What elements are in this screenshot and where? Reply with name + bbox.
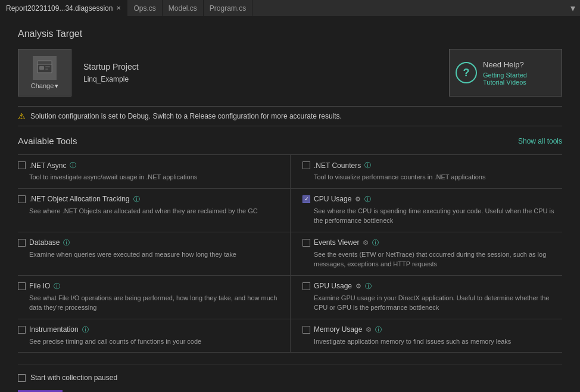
tool-name-memory-usage: Memory Usage: [314, 325, 362, 334]
tab-model[interactable]: Model.cs: [163, 0, 204, 17]
tool-checkbox-gpu-usage[interactable]: [303, 282, 310, 290]
tab-diag-close[interactable]: ✕: [116, 5, 121, 11]
info-icon[interactable]: ⓘ: [82, 325, 89, 334]
tool-item-memory-usage: Memory Usage ⚙ ⓘ Investigate application…: [290, 319, 562, 353]
tool-description-instrumentation: See precise timing and call counts of fu…: [18, 337, 284, 347]
tool-item-instrumentation: Instrumentation ⓘ See precise timing and…: [18, 319, 290, 353]
tools-header: Available Tools Show all tools: [18, 136, 562, 146]
collection-paused-checkbox[interactable]: [18, 374, 26, 382]
gear-icon[interactable]: ⚙: [355, 195, 361, 203]
tool-name-cpu-usage: CPU Usage: [314, 195, 351, 203]
tool-item-dotnet-async: .NET Async ⓘ Tool to investigate async/a…: [18, 155, 290, 189]
project-icon: [33, 56, 57, 80]
change-target-label: Change ▾: [31, 82, 59, 90]
gear-icon[interactable]: ⚙: [366, 326, 372, 334]
tab-program-label: Program.cs: [210, 4, 246, 13]
tool-checkbox-dotnet-counters[interactable]: [303, 161, 310, 169]
tool-checkbox-cpu-usage[interactable]: [303, 195, 310, 203]
project-info: Startup Project Linq_Example: [71, 56, 449, 89]
tool-name-events-viewer: Events Viewer: [314, 238, 359, 247]
info-icon[interactable]: ⓘ: [375, 325, 382, 334]
tab-program[interactable]: Program.cs: [204, 0, 252, 17]
collection-paused-row: Start with collection paused: [18, 374, 562, 382]
tool-description-gpu-usage: Examine GPU usage in your DirectX applic…: [303, 293, 562, 313]
gear-icon[interactable]: ⚙: [356, 282, 361, 290]
startup-project-label: Startup Project: [83, 62, 437, 71]
startup-panel: Change ▾ Startup Project Linq_Example ? …: [18, 49, 562, 97]
help-icon: ?: [456, 62, 477, 83]
main-content: Analysis Target Change ▾ Startup Project: [0, 17, 580, 392]
tool-checkbox-file-io[interactable]: [18, 282, 26, 290]
tool-item-cpu-usage: CPU Usage ⚙ ⓘ See where the CPU is spend…: [290, 189, 562, 232]
bottom-section: Start with collection paused Start: [18, 365, 562, 392]
project-name: Linq_Example: [83, 75, 437, 83]
tab-overflow-button[interactable]: ▾: [566, 2, 580, 14]
collection-paused-label: Start with collection paused: [30, 374, 117, 382]
tool-checkbox-database[interactable]: [18, 239, 26, 247]
tool-name-dotnet-object-allocation: .NET Object Allocation Tracking: [29, 195, 130, 203]
analysis-target-title: Analysis Target: [18, 29, 562, 39]
help-text: Need Help? Getting Started Tutorial Vide…: [483, 60, 527, 86]
tool-name-dotnet-counters: .NET Counters: [314, 161, 361, 170]
svg-rect-4: [45, 69, 48, 70]
tool-name-gpu-usage: GPU Usage: [314, 282, 352, 290]
tutorial-videos-link[interactable]: Tutorial Videos: [483, 79, 527, 86]
info-icon[interactable]: ⓘ: [364, 195, 371, 204]
info-icon[interactable]: ⓘ: [54, 282, 60, 291]
tool-description-dotnet-counters: Tool to visualize performance counters i…: [303, 172, 562, 182]
tool-description-dotnet-object-allocation: See where .NET Objects are allocated and…: [18, 206, 284, 216]
tab-ops[interactable]: Ops.cs: [127, 0, 162, 17]
svg-rect-2: [39, 66, 44, 70]
tab-bar: Report20231109...34.diagsession ✕ Ops.cs…: [0, 0, 580, 17]
tool-item-database: Database ⓘ Examine when queries were exe…: [18, 232, 290, 276]
tab-ops-label: Ops.cs: [133, 4, 155, 13]
warning-banner: ⚠ Solution configuration is set to Debug…: [18, 106, 562, 126]
warning-icon: ⚠: [18, 111, 26, 121]
svg-rect-3: [45, 66, 50, 67]
info-icon[interactable]: ⓘ: [372, 238, 379, 247]
tool-item-events-viewer: Events Viewer ⚙ ⓘ See the events (ETW or…: [290, 232, 562, 276]
tab-diag-label: Report20231109...34.diagsession: [6, 4, 113, 13]
info-icon[interactable]: ⓘ: [63, 238, 70, 247]
tool-checkbox-dotnet-async[interactable]: [18, 161, 26, 169]
help-title: Need Help?: [483, 60, 527, 69]
tool-description-database: Examine when queries were executed and m…: [18, 250, 284, 260]
tool-checkbox-dotnet-object-allocation[interactable]: [18, 195, 26, 203]
available-tools-title: Available Tools: [18, 136, 77, 146]
info-icon[interactable]: ⓘ: [365, 282, 372, 291]
show-all-tools-link[interactable]: Show all tools: [518, 137, 562, 145]
info-icon[interactable]: ⓘ: [133, 195, 140, 204]
tool-checkbox-memory-usage[interactable]: [303, 326, 310, 334]
tool-name-instrumentation: Instrumentation: [29, 325, 79, 334]
warning-text: Solution configuration is set to Debug. …: [30, 112, 342, 120]
getting-started-link[interactable]: Getting Started: [483, 71, 527, 79]
tool-description-events-viewer: See the events (ETW or NetTrace) that oc…: [303, 250, 562, 269]
tool-checkbox-instrumentation[interactable]: [18, 326, 26, 334]
tool-item-gpu-usage: GPU Usage ⚙ ⓘ Examine GPU usage in your …: [290, 276, 562, 319]
info-icon[interactable]: ⓘ: [364, 161, 371, 170]
help-panel: ? Need Help? Getting Started Tutorial Vi…: [449, 49, 562, 97]
tools-grid: .NET Async ⓘ Tool to investigate async/a…: [18, 154, 562, 353]
change-target-button[interactable]: Change ▾: [18, 49, 71, 97]
info-icon[interactable]: ⓘ: [70, 161, 76, 170]
tool-description-dotnet-async: Tool to investigate async/await usage in…: [18, 172, 284, 182]
tool-name-file-io: File IO: [29, 282, 50, 290]
tool-item-file-io: File IO ⓘ See what File I/O operations a…: [18, 276, 290, 319]
tool-description-memory-usage: Investigate application memory to find i…: [303, 337, 562, 347]
tool-item-dotnet-object-allocation: .NET Object Allocation Tracking ⓘ See wh…: [18, 189, 290, 232]
tool-description-cpu-usage: See where the CPU is spending time execu…: [303, 206, 562, 226]
tool-name-database: Database: [29, 238, 60, 247]
tab-model-label: Model.cs: [169, 4, 197, 13]
tool-checkbox-events-viewer[interactable]: [303, 239, 310, 247]
tab-diag[interactable]: Report20231109...34.diagsession ✕: [0, 0, 127, 17]
tool-item-dotnet-counters: .NET Counters ⓘ Tool to visualize perfor…: [290, 155, 562, 189]
tool-name-dotnet-async: .NET Async: [29, 161, 66, 170]
tool-description-file-io: See what File I/O operations are being p…: [18, 293, 284, 313]
gear-icon[interactable]: ⚙: [363, 239, 369, 247]
